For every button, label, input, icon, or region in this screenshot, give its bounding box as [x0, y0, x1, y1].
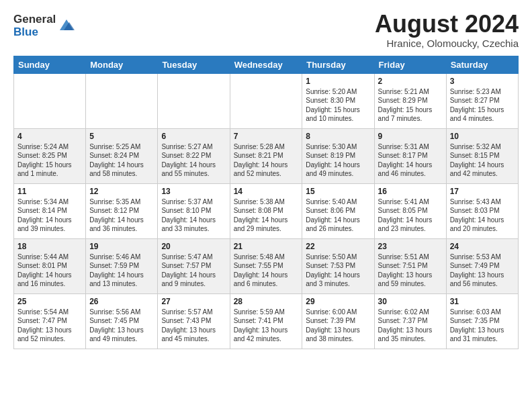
table-row: 8Sunrise: 5:30 AM Sunset: 8:19 PM Daylig…: [302, 128, 374, 183]
day-number: 22: [306, 242, 370, 251]
day-info: Sunrise: 5:40 AM Sunset: 8:06 PM Dayligh…: [306, 197, 370, 234]
day-number: 18: [17, 242, 82, 251]
day-info: Sunrise: 5:21 AM Sunset: 8:29 PM Dayligh…: [378, 87, 443, 124]
table-row: 19Sunrise: 5:46 AM Sunset: 7:59 PM Dayli…: [86, 238, 158, 293]
day-number: 17: [450, 187, 515, 196]
table-row: 29Sunrise: 6:00 AM Sunset: 7:39 PM Dayli…: [302, 293, 374, 349]
table-row: [86, 73, 158, 128]
table-row: 11Sunrise: 5:34 AM Sunset: 8:14 PM Dayli…: [14, 183, 86, 238]
day-info: Sunrise: 6:00 AM Sunset: 7:39 PM Dayligh…: [306, 308, 370, 344]
day-info: Sunrise: 5:28 AM Sunset: 8:21 PM Dayligh…: [234, 142, 299, 179]
day-info: Sunrise: 5:44 AM Sunset: 8:01 PM Dayligh…: [17, 253, 82, 289]
day-info: Sunrise: 5:25 AM Sunset: 8:24 PM Dayligh…: [89, 142, 154, 179]
day-info: Sunrise: 5:43 AM Sunset: 8:03 PM Dayligh…: [450, 197, 515, 234]
day-info: Sunrise: 5:59 AM Sunset: 7:41 PM Dayligh…: [234, 308, 299, 344]
page: General Blue August 2024 Hranice, Olomou…: [0, 0, 532, 360]
table-row: 21Sunrise: 5:48 AM Sunset: 7:55 PM Dayli…: [230, 238, 302, 293]
day-number: 5: [89, 132, 154, 141]
title-block: August 2024 Hranice, Olomoucky, Czechia: [375, 11, 519, 49]
day-number: 10: [450, 132, 515, 141]
table-row: 1Sunrise: 5:20 AM Sunset: 8:30 PM Daylig…: [302, 73, 374, 128]
table-row: 24Sunrise: 5:53 AM Sunset: 7:49 PM Dayli…: [446, 238, 518, 293]
day-info: Sunrise: 5:57 AM Sunset: 7:43 PM Dayligh…: [161, 308, 226, 344]
calendar-week-row: 4Sunrise: 5:24 AM Sunset: 8:25 PM Daylig…: [14, 128, 519, 183]
col-monday: Monday: [86, 56, 158, 73]
table-row: 17Sunrise: 5:43 AM Sunset: 8:03 PM Dayli…: [446, 183, 518, 238]
day-number: 14: [234, 187, 299, 196]
col-wednesday: Wednesday: [230, 56, 302, 73]
day-number: 15: [306, 187, 370, 196]
day-info: Sunrise: 5:34 AM Sunset: 8:14 PM Dayligh…: [17, 197, 82, 234]
table-row: [230, 73, 302, 128]
day-info: Sunrise: 5:51 AM Sunset: 7:51 PM Dayligh…: [378, 253, 443, 289]
table-row: [14, 73, 86, 128]
day-info: Sunrise: 5:24 AM Sunset: 8:25 PM Dayligh…: [17, 142, 82, 179]
day-number: 25: [17, 297, 82, 306]
day-info: Sunrise: 5:38 AM Sunset: 8:08 PM Dayligh…: [234, 197, 299, 234]
day-number: 20: [161, 242, 226, 251]
calendar-table: Sunday Monday Tuesday Wednesday Thursday…: [13, 56, 519, 349]
logo-blue: Blue: [13, 26, 56, 39]
table-row: 30Sunrise: 6:02 AM Sunset: 7:37 PM Dayli…: [374, 293, 446, 349]
day-number: 30: [378, 297, 443, 306]
day-number: 7: [234, 132, 299, 141]
day-number: 12: [89, 187, 154, 196]
calendar-week-row: 11Sunrise: 5:34 AM Sunset: 8:14 PM Dayli…: [14, 183, 519, 238]
day-info: Sunrise: 5:35 AM Sunset: 8:12 PM Dayligh…: [89, 197, 154, 234]
table-row: 10Sunrise: 5:32 AM Sunset: 8:15 PM Dayli…: [446, 128, 518, 183]
day-info: Sunrise: 5:54 AM Sunset: 7:47 PM Dayligh…: [17, 308, 82, 344]
day-number: 29: [306, 297, 370, 306]
table-row: 26Sunrise: 5:56 AM Sunset: 7:45 PM Dayli…: [86, 293, 158, 349]
day-info: Sunrise: 5:53 AM Sunset: 7:49 PM Dayligh…: [450, 253, 515, 289]
table-row: 23Sunrise: 5:51 AM Sunset: 7:51 PM Dayli…: [374, 238, 446, 293]
day-number: 2: [378, 77, 443, 86]
day-number: 24: [450, 242, 515, 251]
table-row: 20Sunrise: 5:47 AM Sunset: 7:57 PM Dayli…: [158, 238, 230, 293]
day-number: 9: [378, 132, 443, 141]
col-tuesday: Tuesday: [158, 56, 230, 73]
table-row: 6Sunrise: 5:27 AM Sunset: 8:22 PM Daylig…: [158, 128, 230, 183]
table-row: 27Sunrise: 5:57 AM Sunset: 7:43 PM Dayli…: [158, 293, 230, 349]
logo: General Blue: [13, 13, 76, 38]
table-row: 15Sunrise: 5:40 AM Sunset: 8:06 PM Dayli…: [302, 183, 374, 238]
table-row: 16Sunrise: 5:41 AM Sunset: 8:05 PM Dayli…: [374, 183, 446, 238]
header: General Blue August 2024 Hranice, Olomou…: [13, 11, 519, 49]
table-row: 22Sunrise: 5:50 AM Sunset: 7:53 PM Dayli…: [302, 238, 374, 293]
table-row: 25Sunrise: 5:54 AM Sunset: 7:47 PM Dayli…: [14, 293, 86, 349]
day-info: Sunrise: 6:02 AM Sunset: 7:37 PM Dayligh…: [378, 308, 443, 344]
table-row: 12Sunrise: 5:35 AM Sunset: 8:12 PM Dayli…: [86, 183, 158, 238]
calendar-week-row: 18Sunrise: 5:44 AM Sunset: 8:01 PM Dayli…: [14, 238, 519, 293]
day-number: 26: [89, 297, 154, 306]
table-row: 18Sunrise: 5:44 AM Sunset: 8:01 PM Dayli…: [14, 238, 86, 293]
col-sunday: Sunday: [14, 56, 86, 73]
col-friday: Friday: [374, 56, 446, 73]
day-info: Sunrise: 5:30 AM Sunset: 8:19 PM Dayligh…: [306, 142, 370, 179]
table-row: 28Sunrise: 5:59 AM Sunset: 7:41 PM Dayli…: [230, 293, 302, 349]
table-row: 3Sunrise: 5:23 AM Sunset: 8:27 PM Daylig…: [446, 73, 518, 128]
table-row: 7Sunrise: 5:28 AM Sunset: 8:21 PM Daylig…: [230, 128, 302, 183]
day-info: Sunrise: 5:20 AM Sunset: 8:30 PM Dayligh…: [306, 87, 370, 124]
day-number: 21: [234, 242, 299, 251]
day-info: Sunrise: 5:32 AM Sunset: 8:15 PM Dayligh…: [450, 142, 515, 179]
day-number: 8: [306, 132, 370, 141]
location-subtitle: Hranice, Olomoucky, Czechia: [375, 38, 519, 49]
calendar-header-row: Sunday Monday Tuesday Wednesday Thursday…: [14, 56, 519, 73]
logo-general: General: [13, 13, 56, 26]
table-row: [158, 73, 230, 128]
logo-icon: [57, 15, 76, 34]
day-number: 6: [161, 132, 226, 141]
calendar-week-row: 1Sunrise: 5:20 AM Sunset: 8:30 PM Daylig…: [14, 73, 519, 128]
day-number: 11: [17, 187, 82, 196]
day-info: Sunrise: 5:50 AM Sunset: 7:53 PM Dayligh…: [306, 253, 370, 289]
day-number: 16: [378, 187, 443, 196]
calendar-week-row: 25Sunrise: 5:54 AM Sunset: 7:47 PM Dayli…: [14, 293, 519, 349]
day-info: Sunrise: 5:48 AM Sunset: 7:55 PM Dayligh…: [234, 253, 299, 289]
day-number: 13: [161, 187, 226, 196]
day-number: 31: [450, 297, 515, 306]
day-info: Sunrise: 5:56 AM Sunset: 7:45 PM Dayligh…: [89, 308, 154, 344]
day-number: 27: [161, 297, 226, 306]
table-row: 4Sunrise: 5:24 AM Sunset: 8:25 PM Daylig…: [14, 128, 86, 183]
day-number: 19: [89, 242, 154, 251]
logo-text: General Blue: [13, 13, 56, 38]
table-row: 9Sunrise: 5:31 AM Sunset: 8:17 PM Daylig…: [374, 128, 446, 183]
